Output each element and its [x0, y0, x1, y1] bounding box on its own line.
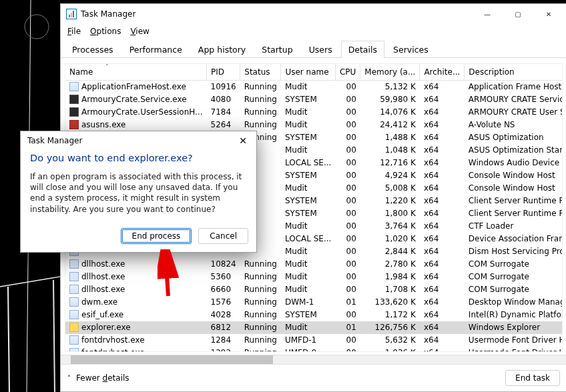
- process-mem: 1,708 K: [360, 283, 420, 296]
- process-user: UMFD-0: [281, 347, 335, 353]
- col-mem[interactable]: Memory (a...: [360, 64, 420, 81]
- process-user: Mudit: [281, 106, 335, 119]
- col-name[interactable]: Name ˄: [65, 64, 207, 81]
- process-arch: x64: [420, 157, 465, 169]
- process-cpu: 00: [335, 220, 360, 233]
- process-user: Mudit: [281, 258, 335, 271]
- table-row[interactable]: ArmouryCrate.Service.exe4080RunningSYSTE…: [65, 93, 563, 106]
- process-arch: x64: [420, 233, 465, 245]
- process-icon: [69, 335, 79, 345]
- tab-app-history[interactable]: App history: [191, 41, 253, 58]
- process-pid: 5264: [207, 119, 240, 131]
- process-icon: [69, 259, 79, 269]
- process-pid: 1576: [207, 296, 240, 309]
- col-arch[interactable]: Archite...: [420, 64, 465, 81]
- process-user: Mudit: [281, 182, 335, 195]
- chevron-up-icon[interactable]: ˄: [67, 375, 71, 382]
- process-arch: x64: [420, 106, 465, 119]
- maximize-button[interactable]: ▢: [503, 4, 533, 24]
- process-mem: 1,800 K: [360, 207, 420, 220]
- process-cpu: 01: [335, 321, 360, 334]
- process-user: UMFD-1: [281, 334, 335, 347]
- table-row[interactable]: esif_uf.exe4028RunningSYSTEM001,172 Kx64…: [65, 309, 563, 321]
- col-user[interactable]: User name: [281, 64, 335, 81]
- process-status: Running: [240, 296, 281, 309]
- cancel-button[interactable]: Cancel: [198, 228, 248, 244]
- process-pid: 10824: [207, 258, 240, 271]
- process-desc: Windows Audio Device Gr: [465, 157, 563, 169]
- col-status[interactable]: Status: [240, 64, 281, 81]
- process-arch: x64: [420, 347, 465, 353]
- menu-view[interactable]: View: [130, 27, 149, 36]
- tab-startup[interactable]: Startup: [254, 41, 300, 58]
- process-user: Mudit: [281, 271, 335, 283]
- process-desc: ARMOURY CRATE User Ses: [465, 106, 563, 119]
- table-row[interactable]: fontdrvhost.exe1284RunningUMFD-1005,632 …: [65, 334, 563, 347]
- tab-services[interactable]: Services: [386, 41, 436, 58]
- process-status: Running: [240, 93, 281, 106]
- process-icon: [69, 310, 79, 319]
- menu-file[interactable]: File: [67, 27, 81, 36]
- table-row[interactable]: asusns.exe5264RunningMudit0024,412 Kx64A…: [65, 119, 563, 131]
- process-desc: CTF Loader: [465, 220, 563, 233]
- tab-users[interactable]: Users: [302, 41, 340, 58]
- process-status: Running: [240, 309, 281, 321]
- close-button[interactable]: ✕: [533, 4, 564, 24]
- fewer-details-link[interactable]: Fewer details: [76, 373, 129, 383]
- process-cpu: 00: [335, 258, 360, 271]
- process-mem: 1,220 K: [360, 195, 420, 207]
- titlebar[interactable]: Task Manager — ▢ ✕: [61, 4, 566, 24]
- process-user: SYSTEM: [281, 195, 335, 207]
- dialog-body: If an open program is associated with th…: [21, 169, 256, 221]
- minimize-button[interactable]: —: [472, 4, 503, 24]
- table-row[interactable]: dllhost.exe5360RunningMudit001,984 Kx64C…: [65, 271, 563, 283]
- process-mem: 1,488 K: [360, 131, 420, 144]
- process-desc: Desktop Window Manage: [465, 296, 563, 309]
- table-row[interactable]: dllhost.exe10824RunningMudit002,780 Kx64…: [65, 258, 563, 271]
- process-pid: 1284: [207, 334, 240, 347]
- process-arch: x64: [420, 296, 465, 309]
- process-pid: 10916: [207, 81, 240, 93]
- process-user: Mudit: [281, 144, 335, 157]
- process-pid: 6812: [207, 321, 240, 334]
- process-cpu: 00: [335, 81, 360, 93]
- process-user: SYSTEM: [281, 131, 335, 144]
- process-mem: 3,764 K: [360, 220, 420, 233]
- col-pid[interactable]: PID: [207, 64, 240, 81]
- process-user: Mudit: [281, 283, 335, 296]
- process-arch: x64: [420, 245, 465, 258]
- process-pid: 1292: [207, 347, 240, 353]
- horizontal-scrollbar[interactable]: [61, 355, 566, 364]
- table-row[interactable]: ArmouryCrate.UserSessionH...7184RunningM…: [65, 106, 563, 119]
- tab-performance[interactable]: Performance: [122, 41, 190, 58]
- dialog-titlebar[interactable]: Task Manager ✕: [21, 131, 256, 150]
- process-cpu: 00: [335, 245, 360, 258]
- process-cpu: 00: [335, 271, 360, 283]
- end-task-button[interactable]: End task: [505, 370, 560, 386]
- tab-processes[interactable]: Processes: [65, 41, 121, 58]
- tab-details[interactable]: Details: [341, 41, 384, 58]
- table-row[interactable]: explorer.exe6812RunningMudit01126,756 Kx…: [65, 321, 563, 334]
- process-user: Mudit: [281, 245, 335, 258]
- process-status: Running: [240, 258, 281, 271]
- end-process-button[interactable]: End process: [121, 228, 192, 244]
- process-desc: Console Window Host: [465, 182, 563, 195]
- table-row[interactable]: ApplicationFrameHost.exe10916RunningMudi…: [65, 81, 563, 93]
- process-arch: x64: [420, 283, 465, 296]
- process-desc: Client Server Runtime Proc: [465, 195, 563, 207]
- process-arch: x64: [420, 93, 465, 106]
- table-row[interactable]: fontdrvhost.exe1292RunningUMFD-0001,036 …: [65, 347, 563, 353]
- process-mem: 14,076 K: [360, 106, 420, 119]
- col-desc[interactable]: Description: [465, 64, 563, 81]
- process-pid: 5360: [207, 271, 240, 283]
- menu-options[interactable]: Options: [90, 27, 121, 36]
- table-row[interactable]: dwm.exe1576RunningDWM-101133,620 Kx64Des…: [65, 296, 563, 309]
- process-user: SYSTEM: [281, 93, 335, 106]
- col-cpu[interactable]: CPU: [335, 64, 360, 81]
- sort-asc-icon: ˄: [105, 63, 109, 70]
- table-row[interactable]: dllhost.exe6660RunningMudit001,708 Kx64C…: [65, 283, 563, 296]
- process-mem: 1,048 K: [360, 144, 420, 157]
- dialog-close-icon[interactable]: ✕: [236, 135, 250, 146]
- process-user: LOCAL SE...: [281, 233, 335, 245]
- process-mem: 1,020 K: [360, 233, 420, 245]
